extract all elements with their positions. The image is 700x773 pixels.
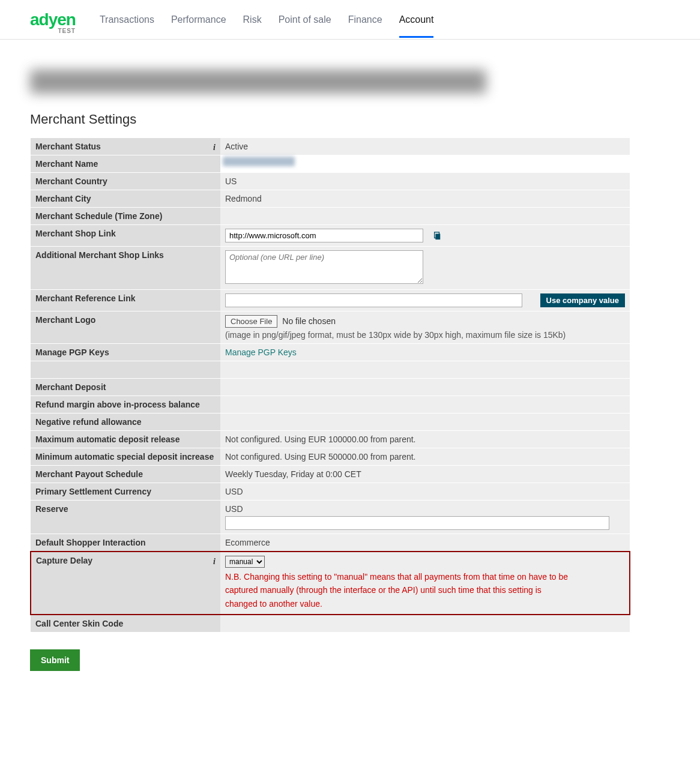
page-title-blurred bbox=[30, 70, 486, 94]
page: Merchant Settings Merchant Status i Acti… bbox=[0, 40, 660, 707]
info-icon[interactable]: i bbox=[213, 557, 216, 567]
topbar: adyen TEST Transactions Performance Risk… bbox=[0, 0, 700, 40]
label-merchant-ref-link: Merchant Reference Link bbox=[31, 290, 220, 311]
logo[interactable]: adyen TEST bbox=[30, 10, 76, 29]
label-merchant-city: Merchant City bbox=[31, 190, 220, 208]
row-call-center: Call Center Skin Code bbox=[31, 615, 630, 633]
row-manage-pgp: Manage PGP Keys Manage PGP Keys bbox=[31, 344, 630, 361]
reserve-text: USD bbox=[225, 504, 243, 514]
row-refund-margin: Refund margin above in-process balance bbox=[31, 396, 630, 414]
label-additional-links: Additional Merchant Shop Links bbox=[31, 247, 220, 290]
label-refund-margin: Refund margin above in-process balance bbox=[31, 396, 220, 414]
submit-button[interactable]: Submit bbox=[30, 649, 80, 671]
value-merchant-city: Redmond bbox=[220, 190, 630, 208]
value-refund-margin bbox=[220, 396, 630, 414]
logo-hint: (image in png/gif/jpeg format, must be 1… bbox=[225, 330, 625, 340]
row-merchant-schedule: Merchant Schedule (Time Zone) bbox=[31, 208, 630, 225]
manage-pgp-link[interactable]: Manage PGP Keys bbox=[225, 347, 297, 357]
value-max-auto-deposit: Not configured. Using EUR 100000.00 from… bbox=[220, 431, 630, 448]
capture-delay-warning: N.B. Changing this setting to "manual" m… bbox=[225, 570, 573, 610]
row-merchant-city: Merchant City Redmond bbox=[31, 190, 630, 208]
value-merchant-logo: Choose File No file chosen (image in png… bbox=[220, 311, 630, 344]
label-manage-pgp: Manage PGP Keys bbox=[31, 344, 220, 361]
value-merchant-country: US bbox=[220, 173, 630, 190]
value-merchant-status: Active bbox=[220, 138, 630, 155]
value-default-shopper: Ecommerce bbox=[220, 534, 630, 552]
row-spacer bbox=[31, 361, 630, 379]
row-max-auto-deposit: Maximum automatic deposit release Not co… bbox=[31, 431, 630, 448]
value-manage-pgp: Manage PGP Keys bbox=[220, 344, 630, 361]
label-merchant-name: Merchant Name bbox=[31, 155, 220, 173]
svg-rect-1 bbox=[435, 234, 440, 240]
value-negative-refund bbox=[220, 414, 630, 431]
label-max-auto-deposit: Maximum automatic deposit release bbox=[31, 431, 220, 448]
logo-sub: TEST bbox=[58, 28, 76, 34]
nav-performance[interactable]: Performance bbox=[171, 2, 226, 37]
value-spacer bbox=[220, 361, 630, 379]
label-negative-refund: Negative refund allowance bbox=[31, 414, 220, 431]
row-merchant-deposit: Merchant Deposit bbox=[31, 379, 630, 396]
row-min-auto-special: Minimum automatic special deposit increa… bbox=[31, 448, 630, 466]
value-capture-delay: manual N.B. Changing this setting to "ma… bbox=[220, 552, 630, 615]
value-merchant-ref-link: Use company value bbox=[220, 290, 630, 311]
label-merchant-status: Merchant Status i bbox=[31, 138, 220, 155]
label-call-center: Call Center Skin Code bbox=[31, 615, 220, 633]
nav: Transactions Performance Risk Point of s… bbox=[100, 2, 434, 37]
nav-finance[interactable]: Finance bbox=[348, 2, 382, 37]
row-merchant-logo: Merchant Logo Choose File No file chosen… bbox=[31, 311, 630, 344]
copy-icon[interactable] bbox=[433, 232, 441, 240]
label-merchant-deposit: Merchant Deposit bbox=[31, 379, 220, 396]
nav-account[interactable]: Account bbox=[399, 2, 434, 37]
label-spacer bbox=[31, 361, 220, 379]
label-primary-currency: Primary Settlement Currency bbox=[31, 483, 220, 501]
merchant-ref-link-input[interactable] bbox=[225, 293, 522, 307]
label-reserve: Reserve bbox=[31, 501, 220, 534]
row-merchant-name: Merchant Name bbox=[31, 155, 630, 173]
label-merchant-logo: Merchant Logo bbox=[31, 311, 220, 344]
value-payout-schedule: Weekly Tuesday, Friday at 0:00 CET bbox=[220, 466, 630, 483]
label-payout-schedule: Merchant Payout Schedule bbox=[31, 466, 220, 483]
additional-links-textarea[interactable] bbox=[225, 250, 423, 284]
merchant-name-blurred bbox=[223, 157, 295, 166]
row-merchant-shop-link: Merchant Shop Link bbox=[31, 225, 630, 247]
nav-point-of-sale[interactable]: Point of sale bbox=[279, 2, 331, 37]
value-merchant-shop-link bbox=[220, 225, 630, 247]
merchant-shop-link-input[interactable] bbox=[225, 229, 423, 242]
row-additional-links: Additional Merchant Shop Links bbox=[31, 247, 630, 290]
label-min-auto-special: Minimum automatic special deposit increa… bbox=[31, 448, 220, 466]
label-merchant-country: Merchant Country bbox=[31, 173, 220, 190]
nav-risk[interactable]: Risk bbox=[243, 2, 262, 37]
settings-table: Merchant Status i Active Merchant Name M… bbox=[30, 138, 630, 633]
row-capture-delay: Capture Delay i manual N.B. Changing thi… bbox=[31, 552, 630, 615]
info-icon[interactable]: i bbox=[213, 143, 216, 152]
value-call-center bbox=[220, 615, 630, 633]
reserve-input[interactable] bbox=[225, 516, 609, 530]
value-merchant-deposit bbox=[220, 379, 630, 396]
choose-file-button[interactable]: Choose File bbox=[225, 315, 277, 328]
value-merchant-schedule bbox=[220, 208, 630, 225]
row-primary-currency: Primary Settlement Currency USD bbox=[31, 483, 630, 501]
value-additional-links bbox=[220, 247, 630, 290]
nav-transactions[interactable]: Transactions bbox=[100, 2, 154, 37]
value-merchant-name bbox=[220, 155, 630, 173]
logo-text: adyen bbox=[30, 10, 76, 29]
label-merchant-shop-link: Merchant Shop Link bbox=[31, 225, 220, 247]
label-capture-delay: Capture Delay i bbox=[31, 552, 220, 615]
value-min-auto-special: Not configured. Using EUR 500000.00 from… bbox=[220, 448, 630, 466]
value-primary-currency: USD bbox=[220, 483, 630, 501]
section-title: Merchant Settings bbox=[30, 112, 630, 127]
row-merchant-country: Merchant Country US bbox=[31, 173, 630, 190]
no-file-chosen: No file chosen bbox=[282, 316, 336, 326]
capture-delay-select[interactable]: manual bbox=[225, 556, 265, 568]
label-default-shopper: Default Shopper Interaction bbox=[31, 534, 220, 552]
row-reserve: Reserve USD bbox=[31, 501, 630, 534]
row-payout-schedule: Merchant Payout Schedule Weekly Tuesday,… bbox=[31, 466, 630, 483]
label-merchant-schedule: Merchant Schedule (Time Zone) bbox=[31, 208, 220, 225]
row-merchant-status: Merchant Status i Active bbox=[31, 138, 630, 155]
row-merchant-ref-link: Merchant Reference Link Use company valu… bbox=[31, 290, 630, 311]
row-default-shopper: Default Shopper Interaction Ecommerce bbox=[31, 534, 630, 552]
value-reserve: USD bbox=[220, 501, 630, 534]
use-company-value-button[interactable]: Use company value bbox=[540, 293, 625, 307]
row-negative-refund: Negative refund allowance bbox=[31, 414, 630, 431]
